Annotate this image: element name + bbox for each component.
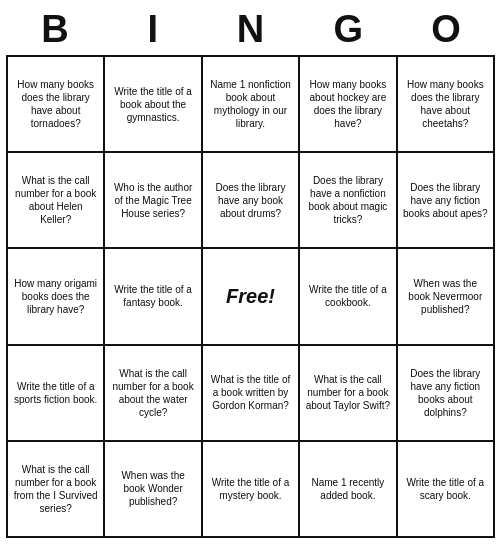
bingo-cell-21: When was the book Wonder published? bbox=[105, 442, 202, 538]
bingo-cell-19: Does the library have any fiction books … bbox=[398, 346, 495, 442]
bingo-cell-23: Name 1 recently added book. bbox=[300, 442, 397, 538]
bingo-grid: How many books does the library have abo… bbox=[6, 55, 495, 538]
bingo-cell-1: Write the title of a book about the gymn… bbox=[105, 57, 202, 153]
bingo-cell-5: What is the call number for a book about… bbox=[8, 153, 105, 249]
bingo-cell-13: Write the title of a cookbook. bbox=[300, 249, 397, 345]
bingo-header: BINGO bbox=[6, 8, 495, 51]
bingo-cell-0: How many books does the library have abo… bbox=[8, 57, 105, 153]
bingo-cell-4: How many books does the library have abo… bbox=[398, 57, 495, 153]
bingo-letter: B bbox=[6, 8, 104, 51]
bingo-cell-24: Write the title of a scary book. bbox=[398, 442, 495, 538]
bingo-letter: G bbox=[299, 8, 397, 51]
bingo-cell-12: Free! bbox=[203, 249, 300, 345]
bingo-cell-6: Who is the author of the Magic Tree Hous… bbox=[105, 153, 202, 249]
bingo-cell-15: Write the title of a sports fiction book… bbox=[8, 346, 105, 442]
bingo-cell-22: Write the title of a mystery book. bbox=[203, 442, 300, 538]
bingo-cell-14: When was the book Nevermoor published? bbox=[398, 249, 495, 345]
bingo-cell-8: Does the library have a nonfiction book … bbox=[300, 153, 397, 249]
bingo-cell-18: What is the call number for a book about… bbox=[300, 346, 397, 442]
bingo-cell-11: Write the title of a fantasy book. bbox=[105, 249, 202, 345]
bingo-cell-20: What is the call number for a book from … bbox=[8, 442, 105, 538]
bingo-cell-10: How many origami books does the library … bbox=[8, 249, 105, 345]
bingo-cell-9: Does the library have any fiction books … bbox=[398, 153, 495, 249]
bingo-cell-16: What is the call number for a book about… bbox=[105, 346, 202, 442]
bingo-cell-17: What is the title of a book written by G… bbox=[203, 346, 300, 442]
bingo-letter: I bbox=[104, 8, 202, 51]
bingo-cell-2: Name 1 nonfiction book about mythology i… bbox=[203, 57, 300, 153]
bingo-letter: O bbox=[397, 8, 495, 51]
bingo-letter: N bbox=[202, 8, 300, 51]
bingo-cell-7: Does the library have any book about dru… bbox=[203, 153, 300, 249]
bingo-cell-3: How many books about hockey are does the… bbox=[300, 57, 397, 153]
